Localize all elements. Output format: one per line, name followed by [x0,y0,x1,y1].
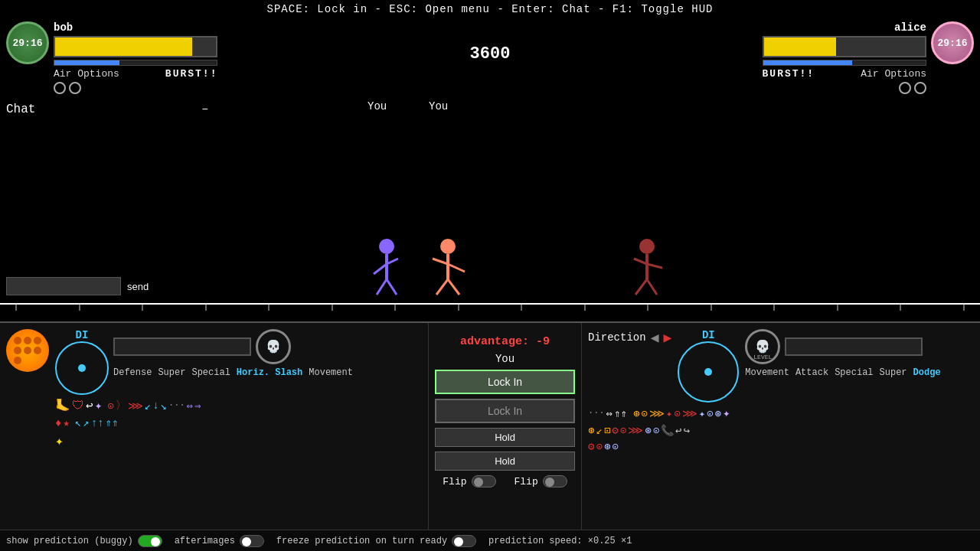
you-label-bob: You [368,99,387,113]
r-icon-y4[interactable]: ⊛ [588,424,594,437]
arrow-right-red[interactable]: ▶ [663,329,671,346]
icon-r1[interactable]: ⊙ [107,399,113,412]
r-icon-y1[interactable]: ⊛ [633,407,639,420]
icon-roll[interactable]: ↩ [86,398,93,413]
r-icon-b3[interactable]: ⊛ [715,407,721,420]
arrow-left-grey[interactable]: ◀ [651,329,659,346]
r-icon-r6[interactable]: ⋙ [628,424,643,437]
svg-line-3 [387,259,398,264]
stickman-bob-svg [368,237,406,298]
flip-group-right: Flip [514,475,567,487]
r-icon-p1[interactable]: 📞 [661,424,674,437]
lock-in-button-right[interactable]: Lock In [435,399,575,423]
show-prediction-knob [151,537,160,546]
di-label-left: DI [76,329,89,341]
r-icon-y5[interactable]: ↙ [596,424,602,437]
action-icons-row3: ✦ [55,432,422,449]
flip-knob-right [545,478,554,487]
hold-button-left[interactable]: Hold [435,428,575,447]
timer-bob: 29:16 [12,37,42,49]
icon-r3[interactable]: ⋙ [128,399,143,412]
r-icon-b6[interactable]: ⊛ [604,440,610,453]
r-icon-1[interactable]: ⇔ [606,407,612,420]
tick [710,305,712,311]
right-icons-row2: ⊛ ↙ ⊡ ⚙ ⊙ ⋙ ⊛ ⊙ 📞 ↩ ↪ [588,424,974,437]
char-bob [368,237,406,302]
icon-kick[interactable]: 🦶 [55,398,70,413]
r-icon-r1[interactable]: ✦ [666,407,672,420]
icon-p1[interactable]: ⇔ [187,399,193,412]
icon-c7[interactable]: ⇑⇑ [106,416,119,429]
char-alice [425,237,471,302]
r-icon-r2[interactable]: ⊙ [674,407,680,420]
afterimages-toggle[interactable] [240,535,264,547]
r-icon-special[interactable]: ✦ [723,406,730,421]
tick [458,305,459,311]
bottom-inner: DI 💀 LEVEL [0,323,980,551]
r-icon-b1[interactable]: ✦ [699,407,705,420]
icon-p2[interactable]: ⇒ [194,399,201,412]
tick [521,305,522,311]
burst-label-alice: BURST!! [763,68,815,80]
svg-point-0 [379,239,394,254]
cat-dodge-right: Dodge [913,367,941,378]
icon-c4[interactable]: ↖ [75,416,81,429]
icon-r5[interactable]: ★ [63,416,69,429]
tick [837,305,838,311]
r-icon-y6[interactable]: ⊡ [604,424,610,437]
r-icon-b4[interactable]: ⊛ [645,424,651,437]
icon-r4[interactable]: ♦ [55,417,61,429]
tick [900,305,901,311]
hold-button-right[interactable]: Hold [435,452,575,471]
di-right-group: DI [678,329,739,403]
flip-toggle-right[interactable] [543,475,567,487]
di-section-left: DI 💀 LEVEL [55,329,422,395]
orb-display [6,329,49,372]
r-icon-y3[interactable]: ⋙ [649,407,665,420]
you-text-left: You [368,100,387,112]
r-icon-r4[interactable]: ⚙ [612,424,618,437]
tick [584,305,586,311]
alice-stats: alice BURST!! Air Options [763,21,926,94]
level-icon-right: 💀 LEVEL [745,329,780,364]
r-icon-2[interactable]: ⇑⇑ [614,407,627,420]
r-icon-r5[interactable]: ⊙ [620,424,626,437]
freeze-prediction-toggle[interactable] [452,535,476,547]
lock-in-button-left[interactable]: Lock In [435,370,575,394]
icon-yellow-star[interactable]: ✦ [55,432,64,449]
r-icon-y2[interactable]: ⊙ [641,407,647,420]
you-center-label: You [495,353,514,365]
flip-toggle-left[interactable] [472,475,496,487]
icon-block[interactable]: 🛡 [72,399,84,413]
r-icon-r7[interactable]: ⚙ [588,440,594,453]
air-options-alice: Air Options [861,68,926,80]
icon-r2[interactable]: 〉 [116,399,126,412]
cat-special-right: Special [835,367,873,378]
show-prediction-toggle[interactable] [138,535,162,547]
r-icon-w1[interactable]: ↩ [675,424,681,437]
svg-line-11 [448,279,459,295]
r-icon-b2[interactable]: ⊙ [707,407,713,420]
r-icon-b5[interactable]: ⊙ [653,424,659,437]
r-icon-r8[interactable]: ⊙ [596,440,602,453]
icon-c6[interactable]: ↑↑ [91,417,104,429]
icon-special[interactable]: ✦ [95,398,103,413]
name-alice: alice [763,21,926,34]
icon-c5[interactable]: ↗ [83,416,89,429]
r-icon-w2[interactable]: ↪ [684,424,690,437]
r-icon-r3[interactable]: ⋙ [682,407,697,420]
alice-bottom-row: BURST!! Air Options [763,68,926,80]
icon-c2[interactable]: ↓ [152,399,158,412]
cat-attack-right: Attack [795,367,828,378]
afterimages-group: afterimages [175,535,264,547]
r-icon-b7[interactable]: ⊙ [612,440,618,453]
afterimages-knob [242,537,251,546]
chat-minimize-btn[interactable]: − [202,103,208,116]
prediction-speed-group: prediction speed: ×0.25 ×1 [488,536,632,546]
r-icon-dots: ··· [588,408,605,419]
icon-c1[interactable]: ↙ [145,399,151,412]
svg-line-10 [436,279,448,295]
di-circle-right[interactable] [678,341,739,403]
di-circle-left[interactable] [55,341,109,395]
icon-c3[interactable]: ↘ [161,399,167,412]
